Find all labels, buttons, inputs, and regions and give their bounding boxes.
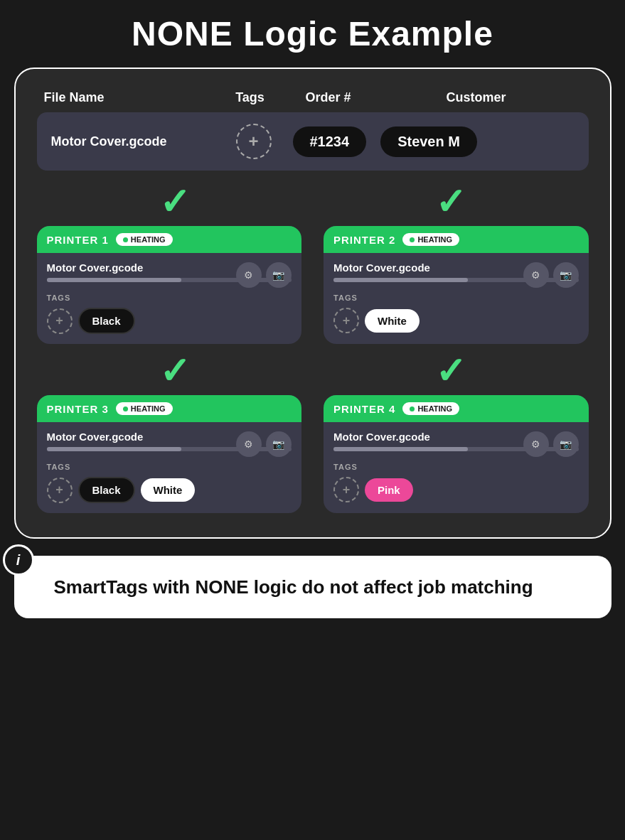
plus-icon: + <box>248 133 258 150</box>
printer-3-body: Motor Cover.gcode ⚙ 📷 TAGS + Black White <box>37 422 301 513</box>
printer-card-3: PRINTER 3 HEATING Motor Cover.gcode ⚙ 📷 … <box>37 395 301 513</box>
tag-chip-white-p3: White <box>141 478 196 502</box>
printer-header-3: PRINTER 3 HEATING <box>37 395 301 422</box>
printer-3-tags-row: + Black White <box>47 477 292 503</box>
tag-chip-black-p3: Black <box>78 477 135 503</box>
col-order: Order # <box>286 90 371 105</box>
printer-2-tags-section: TAGS + White <box>333 294 578 333</box>
printer-2-status-label: HEATING <box>417 235 452 244</box>
printer-3-status-badge: HEATING <box>116 402 173 415</box>
tag-chip-white-p2: White <box>365 309 420 333</box>
printer-3-status-label: HEATING <box>131 404 166 413</box>
printer-2-add-tag-btn[interactable]: + <box>333 308 359 333</box>
heating-dot-4 <box>410 406 415 411</box>
printer-4-body: Motor Cover.gcode ⚙ 📷 TAGS + Pink <box>324 422 588 512</box>
printers-row-1: PRINTER 1 HEATING Motor Cover.gcode ⚙ 📷 … <box>37 226 589 344</box>
printer-2-tags-row: + White <box>333 308 578 333</box>
table-header: File Name Tags Order # Customer <box>37 90 589 105</box>
info-box: i SmartTags with NONE logic do not affec… <box>14 556 611 618</box>
printer-2-settings-btn[interactable]: ⚙ <box>523 262 549 288</box>
printer-2-body: Motor Cover.gcode ⚙ 📷 TAGS + White <box>324 253 588 343</box>
info-icon: i <box>3 544 34 576</box>
col-tags: Tags <box>215 90 286 105</box>
printer-header-4: PRINTER 4 HEATING <box>324 395 588 422</box>
printer-3-settings-btn[interactable]: ⚙ <box>236 431 262 457</box>
printer-card-4: PRINTER 4 HEATING Motor Cover.gcode ⚙ 📷 … <box>324 395 588 513</box>
heating-dot-3 <box>123 406 128 411</box>
col-filename: File Name <box>44 90 215 105</box>
file-row: Motor Cover.gcode + #1234 Steven M <box>37 112 589 171</box>
printer-2-name: PRINTER 2 <box>333 234 395 246</box>
printer-4-camera-btn[interactable]: 📷 <box>553 431 579 457</box>
file-name: Motor Cover.gcode <box>51 134 222 149</box>
add-tag-button[interactable]: + <box>236 124 272 159</box>
printer-2-camera-btn[interactable]: 📷 <box>553 262 579 288</box>
page-title: NONE Logic Example <box>132 14 493 53</box>
printer-3-camera-btn[interactable]: 📷 <box>266 431 292 457</box>
printer-4-tags-label: TAGS <box>333 463 578 471</box>
printer-4-tags-row: + Pink <box>333 477 578 502</box>
checkmark-printer4: ✓ <box>318 352 582 389</box>
printer-3-name: PRINTER 3 <box>47 403 109 415</box>
printer-2-tags-label: TAGS <box>333 294 578 302</box>
printer-4-status-label: HEATING <box>417 404 452 413</box>
printer-card-2: PRINTER 2 HEATING Motor Cover.gcode ⚙ 📷 … <box>324 226 588 344</box>
printer-1-add-tag-btn[interactable]: + <box>47 308 73 334</box>
printer-3-add-tag-btn[interactable]: + <box>47 478 73 503</box>
printer-1-status-badge: HEATING <box>116 233 173 246</box>
printer-1-settings-btn[interactable]: ⚙ <box>236 262 262 288</box>
customer-badge: Steven M <box>380 126 477 157</box>
printer-2-status-badge: HEATING <box>402 233 459 246</box>
printer-header-2: PRINTER 2 HEATING <box>324 226 588 253</box>
printer-3-tags-section: TAGS + Black White <box>47 463 292 503</box>
printer-header-1: PRINTER 1 HEATING <box>37 226 301 253</box>
main-card: File Name Tags Order # Customer Motor Co… <box>14 68 611 539</box>
checkmark-printer3: ✓ <box>42 352 306 389</box>
order-badge: #1234 <box>293 126 367 157</box>
printer-1-name: PRINTER 1 <box>47 234 109 246</box>
checkmarks-row-1: ✓ ✓ <box>37 183 589 220</box>
printer-1-camera-btn[interactable]: 📷 <box>266 262 292 288</box>
printer-4-name: PRINTER 4 <box>333 403 395 415</box>
col-customer: Customer <box>371 90 582 105</box>
printer-1-status-label: HEATING <box>131 235 166 244</box>
tag-chip-pink-p4: Pink <box>365 478 413 502</box>
printer-4-add-tag-btn[interactable]: + <box>333 477 359 502</box>
printer-3-tags-label: TAGS <box>47 463 292 471</box>
heating-dot-1 <box>123 237 128 242</box>
printers-row-2: PRINTER 3 HEATING Motor Cover.gcode ⚙ 📷 … <box>37 395 589 513</box>
printer-4-settings-btn[interactable]: ⚙ <box>523 431 549 457</box>
tag-chip-black-p1: Black <box>78 308 135 334</box>
printer-card-1: PRINTER 1 HEATING Motor Cover.gcode ⚙ 📷 … <box>37 226 301 344</box>
heating-dot-2 <box>410 237 415 242</box>
printer-1-tags-row: + Black <box>47 308 292 334</box>
printer-4-tags-section: TAGS + Pink <box>333 463 578 502</box>
printer-1-body: Motor Cover.gcode ⚙ 📷 TAGS + Black <box>37 253 301 344</box>
printer-1-tags-section: TAGS + Black <box>47 294 292 334</box>
printer-4-status-badge: HEATING <box>402 402 459 415</box>
info-text: SmartTags with NONE logic do not affect … <box>54 574 590 600</box>
checkmark-printer2: ✓ <box>318 183 582 220</box>
checkmarks-row-2: ✓ ✓ <box>37 352 589 389</box>
checkmark-printer1: ✓ <box>42 183 306 220</box>
printer-1-tags-label: TAGS <box>47 294 292 302</box>
